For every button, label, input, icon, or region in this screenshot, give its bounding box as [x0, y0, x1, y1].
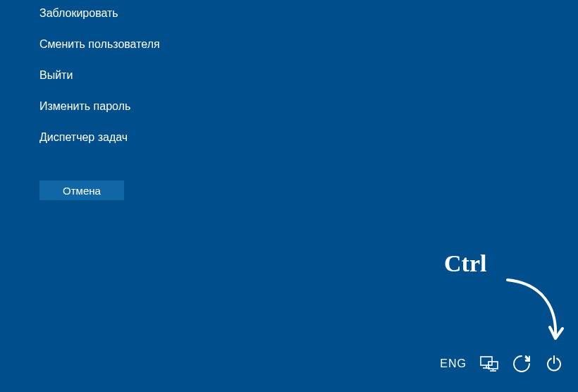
ease-of-access-icon[interactable] — [512, 354, 531, 374]
menu-item-sign-out[interactable]: Выйти — [39, 69, 160, 82]
annotation-ctrl-label: Ctrl — [444, 250, 486, 277]
menu-item-lock[interactable]: Заблокировать — [39, 7, 160, 20]
svg-rect-0 — [481, 357, 492, 365]
menu-item-task-manager[interactable]: Диспетчер задач — [39, 131, 160, 144]
lock-screen-taskbar: ENG — [440, 354, 564, 374]
security-options-menu: Заблокировать Сменить пользователя Выйти… — [39, 7, 160, 162]
cancel-button[interactable]: Отмена — [39, 180, 124, 200]
power-icon[interactable] — [544, 354, 564, 374]
annotation-arrow — [493, 269, 578, 354]
network-icon[interactable] — [479, 354, 499, 374]
menu-item-switch-user[interactable]: Сменить пользователя — [39, 38, 160, 51]
language-indicator[interactable]: ENG — [440, 357, 467, 370]
menu-item-change-password[interactable]: Изменить пароль — [39, 100, 160, 113]
